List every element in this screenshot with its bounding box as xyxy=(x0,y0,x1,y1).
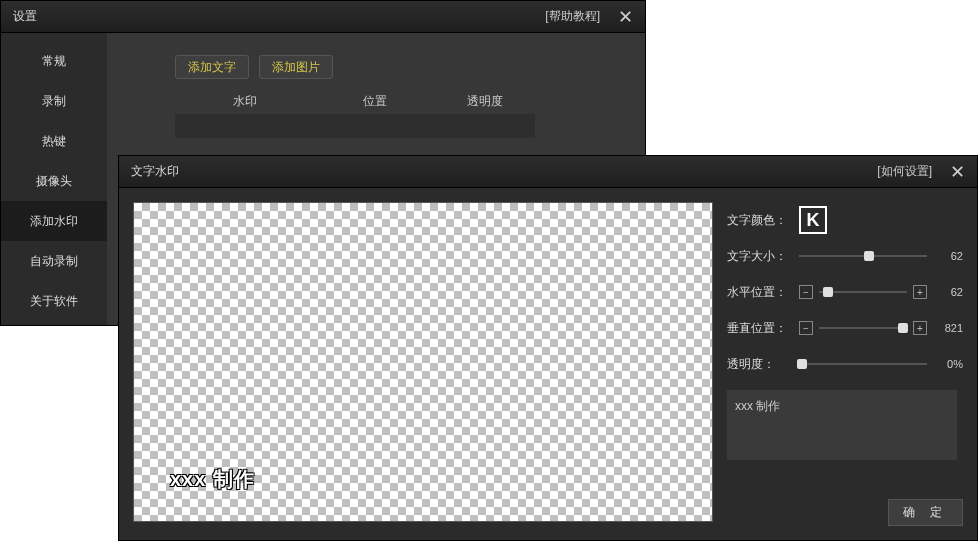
sidebar-item-about[interactable]: 关于软件 xyxy=(1,281,107,321)
row-color: 文字颜色： K xyxy=(727,202,963,238)
sidebar-item-record[interactable]: 录制 xyxy=(1,81,107,121)
hpos-plus-icon[interactable]: + xyxy=(913,285,927,299)
preview-watermark-text: xxx 制作 xyxy=(170,466,255,493)
ok-button[interactable]: 确 定 xyxy=(888,499,963,526)
sidebar-item-autorecord[interactable]: 自动录制 xyxy=(1,241,107,281)
size-thumb[interactable] xyxy=(864,251,874,261)
label-hpos: 水平位置： xyxy=(727,284,791,301)
sidebar-item-watermark[interactable]: 添加水印 xyxy=(1,201,107,241)
opacity-thumb[interactable] xyxy=(797,359,807,369)
label-size: 文字大小： xyxy=(727,248,791,265)
text-watermark-window: 文字水印 [如何设置] ✕ xxx 制作 文字颜色： K 文字大小： 62 xyxy=(118,155,978,541)
wm-help-link[interactable]: [如何设置] xyxy=(877,163,932,180)
vpos-value: 821 xyxy=(935,322,963,334)
col-position: 位置 xyxy=(315,93,435,110)
watermark-table-body xyxy=(175,114,535,138)
vpos-slider[interactable] xyxy=(819,321,907,335)
settings-help-link[interactable]: [帮助教程] xyxy=(545,8,600,25)
vpos-plus-icon[interactable]: + xyxy=(913,321,927,335)
wm-titlebar[interactable]: 文字水印 [如何设置] ✕ xyxy=(119,156,977,188)
size-slider[interactable] xyxy=(799,249,927,263)
opacity-slider[interactable] xyxy=(799,357,927,371)
wm-controls: 文字颜色： K 文字大小： 62 水平位置： − xyxy=(727,202,963,526)
col-opacity: 透明度 xyxy=(435,93,535,110)
size-value: 62 xyxy=(935,250,963,262)
color-picker[interactable]: K xyxy=(799,206,827,234)
row-vpos: 垂直位置： − + 821 xyxy=(727,310,963,346)
wm-title: 文字水印 xyxy=(127,163,179,180)
watermark-text-input[interactable] xyxy=(727,390,957,460)
col-watermark: 水印 xyxy=(175,93,315,110)
vpos-thumb[interactable] xyxy=(898,323,908,333)
hpos-value: 62 xyxy=(935,286,963,298)
hpos-minus-icon[interactable]: − xyxy=(799,285,813,299)
watermark-table-header: 水印 位置 透明度 xyxy=(175,93,535,110)
settings-close-icon[interactable]: ✕ xyxy=(614,8,637,26)
vpos-minus-icon[interactable]: − xyxy=(799,321,813,335)
label-color: 文字颜色： xyxy=(727,212,791,229)
row-opacity: 透明度： 0% xyxy=(727,346,963,382)
settings-title: 设置 xyxy=(9,8,37,25)
sidebar-item-hotkey[interactable]: 热键 xyxy=(1,121,107,161)
watermark-preview: xxx 制作 xyxy=(133,202,713,522)
label-opacity: 透明度： xyxy=(727,356,791,373)
add-text-button[interactable]: 添加文字 xyxy=(175,55,249,79)
row-size: 文字大小： 62 xyxy=(727,238,963,274)
hpos-slider[interactable] xyxy=(819,285,907,299)
sidebar-item-general[interactable]: 常规 xyxy=(1,41,107,81)
sidebar-item-camera[interactable]: 摄像头 xyxy=(1,161,107,201)
opacity-value: 0% xyxy=(935,358,963,370)
hpos-thumb[interactable] xyxy=(823,287,833,297)
settings-sidebar: 常规 录制 热键 摄像头 添加水印 自动录制 关于软件 xyxy=(1,33,107,325)
label-vpos: 垂直位置： xyxy=(727,320,791,337)
wm-close-icon[interactable]: ✕ xyxy=(946,163,969,181)
settings-titlebar[interactable]: 设置 [帮助教程] ✕ xyxy=(1,1,645,33)
row-hpos: 水平位置： − + 62 xyxy=(727,274,963,310)
add-image-button[interactable]: 添加图片 xyxy=(259,55,333,79)
